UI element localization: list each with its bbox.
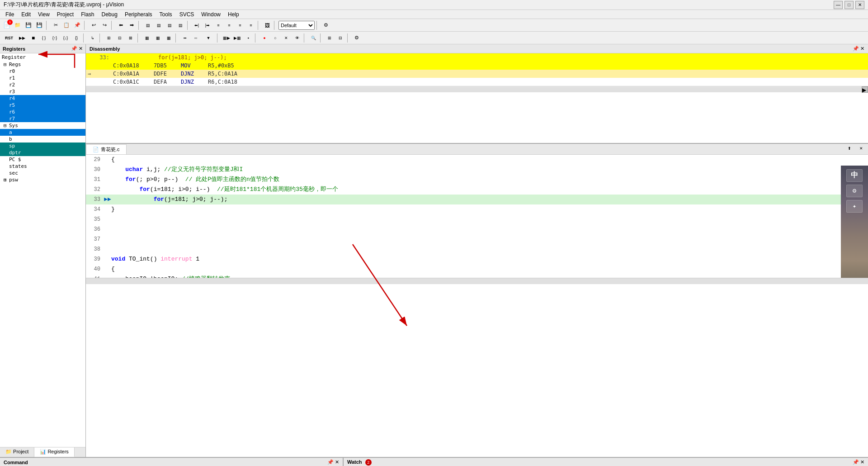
toolbar-cut[interactable]: ✂: [51, 20, 61, 30]
reg-dptr[interactable]: dptr: [0, 149, 85, 156]
debug-d1[interactable]: ▪▪: [180, 33, 190, 43]
panel-pin[interactable]: 📌 ✕: [71, 46, 83, 52]
debug-f1[interactable]: ⊞: [325, 33, 335, 43]
reg-sec[interactable]: sec: [0, 170, 85, 176]
register-section[interactable]: Register: [0, 53, 85, 61]
debug-d2[interactable]: ▫▫: [191, 33, 201, 43]
toolbar-b3[interactable]: ▤: [165, 20, 175, 30]
reg-sp[interactable]: sp: [0, 143, 85, 149]
toolbar-back[interactable]: ⬅: [116, 20, 126, 30]
debug-p3[interactable]: ▦: [164, 33, 174, 43]
toolbar-paste[interactable]: 📌: [72, 20, 82, 30]
debug-run[interactable]: ▶▶: [17, 33, 27, 43]
sidebar-gear-icon[interactable]: ⚙: [846, 185, 863, 197]
toolbar-img[interactable]: 🖼: [262, 20, 272, 30]
reg-r5[interactable]: r5: [0, 102, 85, 109]
sidebar-cn-icon[interactable]: 中: [846, 169, 863, 182]
maximize-button[interactable]: □: [844, 1, 854, 9]
toolbar-indent1[interactable]: ⬅|: [192, 20, 202, 30]
dis-controls[interactable]: 📌 ✕: [853, 46, 864, 52]
reg-r7[interactable]: r7: [0, 115, 85, 122]
reg-r3[interactable]: r3: [0, 88, 85, 95]
toolbar-b2[interactable]: ▤: [154, 20, 164, 30]
menu-tools[interactable]: Tools: [156, 10, 176, 19]
psw-group-header[interactable]: ⊞ psw: [0, 176, 85, 183]
reg-states[interactable]: states: [0, 163, 85, 170]
debug-zoom[interactable]: 🔍: [308, 33, 318, 43]
code-close-btn[interactable]: ✕: [856, 144, 866, 153]
debug-step[interactable]: ↳: [88, 33, 98, 43]
menu-svcs[interactable]: SVCS: [176, 10, 198, 19]
debug-eye[interactable]: 👁: [292, 33, 302, 43]
toolbar-settings[interactable]: ⚙: [321, 20, 331, 30]
debug-red[interactable]: ●: [259, 33, 269, 43]
debug-rst[interactable]: RST: [2, 33, 16, 43]
toolbar-new[interactable]: 📄 1: [2, 20, 12, 30]
debug-e1[interactable]: ▦▶: [222, 33, 231, 43]
reg-pc[interactable]: PC $: [0, 156, 85, 163]
debug-stop[interactable]: ⏹: [28, 33, 38, 43]
menu-file[interactable]: File: [2, 10, 18, 19]
dis-scrollbar-h[interactable]: ▶: [86, 86, 868, 92]
reg-b[interactable]: b: [0, 136, 85, 143]
menu-view[interactable]: View: [34, 10, 53, 19]
debug-p1[interactable]: ▦: [142, 33, 152, 43]
reg-a[interactable]: a: [0, 129, 85, 136]
code-float-btn[interactable]: ⬆: [844, 144, 854, 153]
reg-r4[interactable]: r4: [0, 95, 85, 102]
toolbar-save[interactable]: 💾: [24, 20, 33, 30]
sys-group-header[interactable]: ⊟ Sys: [0, 122, 85, 129]
toolbar-select[interactable]: Default: [278, 21, 315, 30]
toolbar-save-all[interactable]: 💾: [34, 20, 44, 30]
regs-group-header[interactable]: ⊟ Regs: [0, 61, 85, 68]
sidebar-star-icon[interactable]: ✦: [846, 200, 863, 213]
menu-debug[interactable]: Debug: [98, 10, 121, 19]
toolbar-b1[interactable]: ▤: [143, 20, 153, 30]
debug-b2[interactable]: {↑}: [50, 33, 60, 43]
menu-window[interactable]: Window: [198, 10, 224, 19]
toolbar-copy[interactable]: 📋: [61, 20, 71, 30]
menu-peripherals[interactable]: Peripherals: [121, 10, 156, 19]
debug-circle[interactable]: ○: [270, 33, 280, 43]
toolbar-open[interactable]: 📁: [13, 20, 23, 30]
debug-e2[interactable]: ▶▦: [232, 33, 242, 43]
debug-settings[interactable]: ⚙: [352, 33, 362, 43]
toolbar-align1[interactable]: ≡: [213, 20, 223, 30]
tab-project[interactable]: 📁 Project: [0, 447, 34, 457]
toolbar-align2[interactable]: ≡: [224, 20, 234, 30]
debug-w3[interactable]: ⊠: [126, 33, 136, 43]
menu-flash[interactable]: Flash: [77, 10, 98, 19]
debug-cross[interactable]: ✕: [281, 33, 291, 43]
code-scrollbar-h[interactable]: [86, 278, 868, 284]
debug-w2[interactable]: ⊟: [115, 33, 125, 43]
debug-b4[interactable]: {}: [71, 33, 81, 43]
toolbar-align4[interactable]: ≡: [246, 20, 256, 30]
reg-r0[interactable]: r0: [0, 68, 85, 75]
debug-f2[interactable]: ⊟: [335, 33, 345, 43]
menu-project[interactable]: Project: [53, 10, 77, 19]
toolbar-redo[interactable]: ↪: [99, 20, 109, 30]
code-tab-qinghuaci[interactable]: 📄 青花瓷.c: [86, 144, 127, 154]
minimize-button[interactable]: —: [834, 1, 843, 9]
debug-w1[interactable]: ⊞: [104, 33, 114, 43]
reg-r6[interactable]: r6: [0, 109, 85, 115]
close-button[interactable]: ✕: [855, 1, 864, 9]
menu-edit[interactable]: Edit: [18, 10, 34, 19]
command-controls[interactable]: 📌 ✕: [327, 459, 339, 465]
debug-e3[interactable]: ▪: [243, 33, 253, 43]
tab-registers[interactable]: 📊 Registers: [34, 447, 75, 457]
debug-b1[interactable]: { }: [39, 33, 49, 43]
debug-b3[interactable]: {↓}: [61, 33, 71, 43]
reg-r1[interactable]: r1: [0, 75, 85, 81]
toolbar-indent2[interactable]: |➡: [203, 20, 212, 30]
toolbar-forward[interactable]: ➡: [127, 20, 137, 30]
watch-controls[interactable]: 📌 ✕: [853, 459, 864, 465]
toolbar-undo[interactable]: ↩: [89, 20, 99, 30]
debug-dropdown[interactable]: ▼: [202, 33, 215, 43]
reg-r2[interactable]: r2: [0, 81, 85, 88]
menu-help[interactable]: Help: [224, 10, 243, 19]
debug-p2[interactable]: ▦: [153, 33, 163, 43]
toolbar-align3[interactable]: ≡: [235, 20, 245, 30]
debug-sep-9: [347, 33, 350, 43]
toolbar-b4[interactable]: ▤: [175, 20, 185, 30]
